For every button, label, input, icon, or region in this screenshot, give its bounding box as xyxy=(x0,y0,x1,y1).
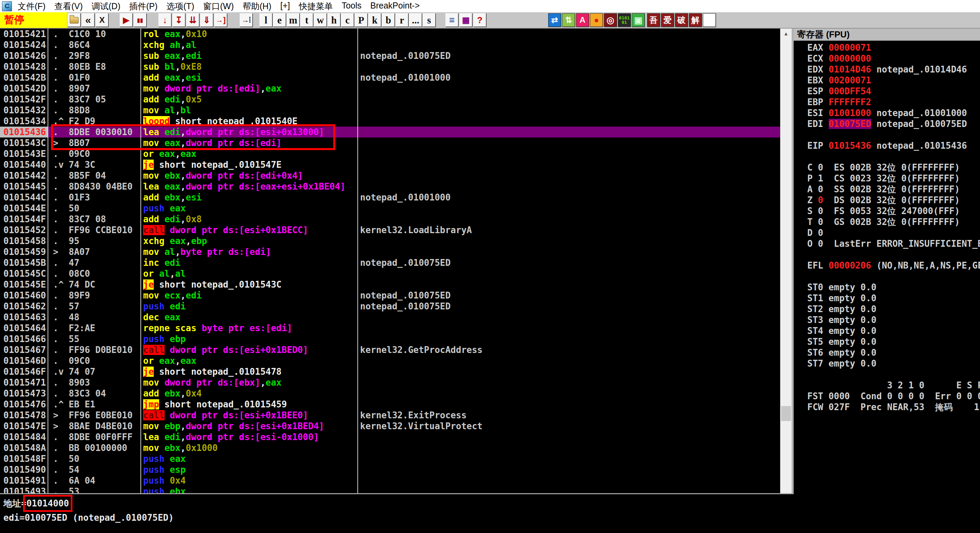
registers-panel[interactable]: 寄存器 (FPU) EAX 00000071ECX 00000000EDX 01… xyxy=(794,29,980,533)
plugin-record-button[interactable]: ● xyxy=(590,13,603,27)
menu-tools[interactable]: Tools xyxy=(337,1,366,12)
disasm-row[interactable]: 01015442.8B5F 04mov ebx,dword ptr ds:[ed… xyxy=(0,170,780,181)
register-line[interactable]: EIP 01015436 notepad_.01015436 xyxy=(807,140,980,151)
disasm-row[interactable]: 01015428.80EB E8sub bl,0xE8 xyxy=(0,61,780,72)
disasm-row[interactable]: 01015471.8903mov dword ptr ds:[ebx],eax xyxy=(0,377,780,388)
callstack-window-button[interactable]: k xyxy=(368,13,381,27)
register-line[interactable]: ST0 empty 0.0 xyxy=(807,282,980,293)
disasm-row[interactable]: 01015424.86C4xchg ah,al xyxy=(0,40,780,50)
menu-debug[interactable]: 调试(D) xyxy=(87,1,125,12)
disasm-row[interactable]: 0101544C.01F3add ebx,esinotepad_.0100100… xyxy=(0,192,780,203)
disasm-row[interactable]: 01015440.v74 3Cje short notepad_.0101547… xyxy=(0,159,780,170)
executables-window-button[interactable]: e xyxy=(273,13,286,27)
menu-view[interactable]: 查看(V) xyxy=(50,1,87,12)
52pojie-po-button[interactable]: 破 xyxy=(675,13,688,27)
plugin-letter-a-button[interactable]: A xyxy=(576,13,589,27)
disasm-row[interactable]: 01015490.54push esp xyxy=(0,464,780,475)
register-line[interactable]: ESP 000DFF54 xyxy=(807,86,980,97)
step-into-button[interactable]: ↓ xyxy=(159,13,171,27)
menu-breakpoint[interactable]: BreakPoint-> xyxy=(366,1,424,12)
disasm-row[interactable]: 01015466.55push ebp xyxy=(0,334,780,345)
runtrace-window-button[interactable]: ... xyxy=(409,13,422,27)
patches-window-button[interactable]: P xyxy=(355,13,368,27)
menu-window[interactable]: 窗口(W) xyxy=(199,1,238,12)
disasm-row[interactable]: 01015491.6A 04push 0x4 xyxy=(0,475,780,486)
register-line[interactable] xyxy=(807,151,980,162)
disasm-row[interactable]: 01015458.95xchg eax,ebp xyxy=(0,236,780,246)
register-line[interactable] xyxy=(807,271,980,282)
disasm-row[interactable]: 01015432.88D8mov al,bl xyxy=(0,105,780,116)
goto-button[interactable]: →⦙ xyxy=(240,13,253,27)
disasm-row[interactable]: 0101542F.83C7 05add edi,0x5 xyxy=(0,94,780,105)
disasm-row[interactable]: 0101545B.47inc edinotepad_.010075ED xyxy=(0,257,780,268)
52pojie-jie-button[interactable]: 解 xyxy=(689,13,702,27)
disasm-row[interactable]: 01015473.83C3 04add ebx,0x4 xyxy=(0,388,780,399)
register-line[interactable]: A 0 SS 002B 32位 0(FFFFFFFF) xyxy=(807,184,980,195)
register-line[interactable]: ECX 00000000 xyxy=(807,53,980,64)
menu-shortcut[interactable]: 快捷菜单 xyxy=(294,1,337,12)
source-window-button[interactable]: s xyxy=(423,13,436,27)
register-line[interactable]: EFL 00000206 (NO,NB,NE,A,NS,PE,GE, xyxy=(807,260,980,271)
disasm-row[interactable]: 01015463.48dec eax xyxy=(0,312,780,323)
scrollbar-thumb[interactable] xyxy=(781,406,791,421)
disasm-row[interactable]: 0101548A.BB 00100000mov ebx,0x1000 xyxy=(0,442,780,453)
disasm-row[interactable]: 01015426.29F8sub eax,edinotepad_.010075E… xyxy=(0,50,780,61)
disasm-row[interactable]: 01015476.^EB E1jmp short notepad_.010154… xyxy=(0,399,780,410)
register-line[interactable]: EDI 010075ED notepad_.010075ED xyxy=(807,118,980,129)
register-line[interactable]: FST 0000 Cond 0 0 0 0 Err 0 0 0 xyxy=(807,391,980,402)
column-divider-comment[interactable] xyxy=(357,29,358,493)
disasm-row[interactable]: 01015452.FF96 CCBE010call dword ptr ds:[… xyxy=(0,225,780,236)
register-line[interactable]: ST2 empty 0.0 xyxy=(807,303,980,314)
disasm-row[interactable]: 0101545C.08C0or al,al xyxy=(0,268,780,279)
register-line[interactable]: T 0 GS 002B 32位 0(FFFFFFFF) xyxy=(807,217,980,227)
disasm-row[interactable]: 01015460.89F9mov ecx,edinotepad_.010075E… xyxy=(0,290,780,301)
disasm-row[interactable]: 0101542D.8907mov dword ptr ds:[edi],eax xyxy=(0,83,780,94)
register-line[interactable] xyxy=(807,129,980,140)
appearance-button[interactable]: ▦ xyxy=(460,13,473,27)
open-file-button[interactable] xyxy=(68,13,81,27)
disasm-row[interactable]: 01015462.57push edinotepad_.010075ED xyxy=(0,301,780,312)
disasm-row[interactable]: 0101542B.01F0add eax,esinotepad_.0100100… xyxy=(0,72,780,83)
menu-file[interactable]: 文件(F) xyxy=(13,1,50,12)
disasm-row[interactable]: 0101547E>8BAE D4BE010mov ebp,dword ptr d… xyxy=(0,421,780,432)
handles-window-button[interactable]: h xyxy=(328,13,340,27)
disasm-row[interactable]: 0101546D.09C0or eax,eax xyxy=(0,355,780,366)
register-line[interactable]: D 0 xyxy=(807,227,980,238)
plugin-swap-arrows-button[interactable]: ⇄ xyxy=(548,13,561,27)
restart-button[interactable]: « xyxy=(82,13,94,27)
register-line[interactable]: EBP FFFFFFF2 xyxy=(807,97,980,108)
animate-into-button[interactable]: ⇊ xyxy=(186,13,199,27)
breakpoints-window-button[interactable]: b xyxy=(382,13,395,27)
disasm-row[interactable]: 01015484.8DBE 00F0FFFlea edi,dword ptr d… xyxy=(0,432,780,442)
help-button[interactable]: ? xyxy=(473,13,486,27)
cpu-window-button[interactable]: c xyxy=(341,13,354,27)
menu-help[interactable]: 帮助(H) xyxy=(238,1,276,12)
step-over-button[interactable]: ↧ xyxy=(172,13,185,27)
disasm-row[interactable]: 0101545E.^74 DCje short notepad_.0101543… xyxy=(0,279,780,290)
register-line[interactable] xyxy=(807,249,980,260)
menu-options[interactable]: 选项(T) xyxy=(162,1,199,12)
log-window-button[interactable]: l xyxy=(259,13,272,27)
register-line[interactable]: EBX 00200071 xyxy=(807,75,980,86)
animate-over-button[interactable]: ⇓ xyxy=(200,13,213,27)
plugin-target-button[interactable]: ◎ xyxy=(604,13,617,27)
plugin-updown-arrows-button[interactable]: ⇅ xyxy=(562,13,575,27)
disasm-row[interactable]: 0101544E.50push eax xyxy=(0,203,780,214)
register-line[interactable]: EAX 00000071 xyxy=(807,42,980,53)
memory-window-button[interactable]: m xyxy=(286,13,299,27)
register-line[interactable]: P 1 CS 0023 32位 0(FFFFFFFF) xyxy=(807,173,980,184)
windows-window-button[interactable]: w xyxy=(314,13,327,27)
run-button[interactable]: ▶ xyxy=(120,13,133,27)
register-line[interactable]: Z 0 DS 002B 32位 0(FFFFFFFF) xyxy=(807,195,980,206)
disasm-row[interactable]: 0101544F.83C7 08add edi,0x8 xyxy=(0,214,780,225)
register-line[interactable]: ST1 empty 0.0 xyxy=(807,293,980,303)
disasm-row[interactable]: 01015467.FF96 D0BE010call dword ptr ds:[… xyxy=(0,345,780,355)
register-line[interactable]: ST3 empty 0.0 xyxy=(807,314,980,326)
register-line[interactable]: O 0 LastErr ERROR_INSUFFICIENT_BU xyxy=(807,238,980,249)
register-line[interactable]: EDX 01014D46 notepad_.01014D46 xyxy=(807,64,980,75)
register-line[interactable]: C 0 ES 002B 32位 0(FFFFFFFF) xyxy=(807,162,980,173)
blank-button[interactable] xyxy=(703,13,716,27)
column-divider-address[interactable] xyxy=(48,29,48,493)
pause-button[interactable]: ▮▮ xyxy=(134,13,146,27)
disasm-row[interactable]: 01015445.8D8430 04BE0lea eax,dword ptr d… xyxy=(0,181,780,192)
